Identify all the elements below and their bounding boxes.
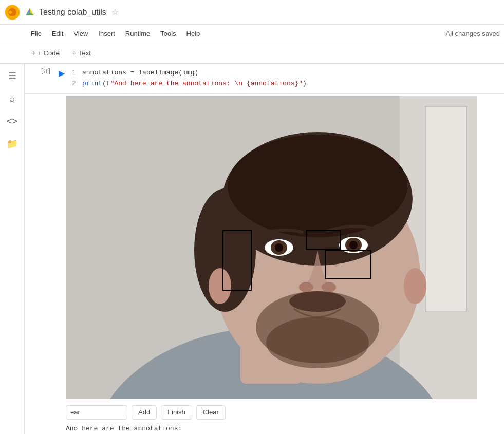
menu-help[interactable]: Help: [182, 28, 204, 40]
code-content-1: annotations = labelImage(img): [82, 68, 198, 79]
output-line1: And here are the annotations:: [66, 425, 182, 432]
input-row: Add Finish Clear: [25, 401, 504, 422]
svg-point-13: [228, 135, 407, 237]
clear-button[interactable]: Clear: [196, 405, 226, 420]
sidebar-code-icon[interactable]: <>: [4, 113, 21, 129]
keyword-print: print: [82, 80, 102, 87]
annotated-image: [66, 96, 477, 399]
star-icon[interactable]: ☆: [111, 7, 119, 17]
main-content: [8] ▶ 1 annotations = labelImage(img) 2 …: [25, 64, 504, 434]
saved-status: All changes saved: [445, 30, 500, 37]
sidebar-search-icon[interactable]: ⌕: [4, 90, 21, 107]
svg-point-14: [209, 268, 231, 304]
svg-rect-7: [425, 106, 466, 312]
svg-point-21: [349, 241, 358, 249]
menu-insert[interactable]: Insert: [94, 28, 119, 40]
menu-tools[interactable]: Tools: [156, 28, 180, 40]
finish-button[interactable]: Finish: [161, 405, 192, 420]
line-number-2: 2: [72, 79, 82, 89]
code-cell: [8] ▶ 1 annotations = labelImage(img) 2 …: [25, 64, 504, 94]
run-cell-button[interactable]: ▶: [55, 67, 68, 79]
label-input[interactable]: [66, 405, 127, 420]
menu-edit[interactable]: Edit: [48, 28, 67, 40]
menu-view[interactable]: View: [69, 28, 92, 40]
svg-point-25: [266, 317, 369, 368]
face-image-svg: [66, 96, 477, 399]
add-button[interactable]: Add: [132, 405, 157, 420]
cell-body: 1 annotations = labelImage(img) 2 print(…: [68, 66, 504, 91]
menu-bar: File Edit View Insert Runtime Tools Help…: [0, 25, 504, 43]
add-text-label: Text: [79, 49, 91, 57]
colab-logo: [4, 4, 21, 21]
menu-runtime[interactable]: Runtime: [121, 28, 154, 40]
notebook-title: Testing colab_utils: [39, 8, 106, 17]
add-code-label: + Code: [38, 49, 59, 57]
sidebar-folder-icon[interactable]: 📁: [4, 136, 21, 152]
svg-point-15: [404, 268, 426, 304]
top-bar: Testing colab_utils ☆: [0, 0, 504, 25]
code-line-1: 1 annotations = labelImage(img): [72, 68, 500, 79]
svg-point-22: [299, 282, 313, 292]
plus-text-icon: +: [72, 49, 77, 58]
toolbar-row: + + Code + Text: [0, 43, 504, 64]
code-line-2: 2 print(f"And here are the annotations: …: [72, 79, 500, 89]
output-text: And here are the annotations: [[[367, 27…: [25, 422, 504, 434]
add-code-button[interactable]: + + Code: [27, 47, 64, 60]
cell-execution-count: [8]: [25, 66, 55, 75]
plus-code-icon: +: [31, 49, 35, 58]
left-sidebar: ☰ ⌕ <> 📁: [0, 64, 25, 434]
sidebar-menu-icon[interactable]: ☰: [4, 68, 21, 84]
image-output: [66, 96, 500, 399]
menu-file[interactable]: File: [27, 28, 46, 40]
drive-icon: [25, 7, 35, 17]
output-area: [25, 94, 504, 401]
string-content: "And here are the annotations: \n {annot…: [110, 80, 303, 87]
line-number-1: 1: [72, 68, 82, 79]
add-text-button[interactable]: + Text: [68, 47, 95, 60]
svg-point-18: [275, 243, 283, 252]
svg-point-23: [322, 282, 336, 292]
code-content-2: print(f"And here are the annotations: \n…: [82, 79, 307, 89]
svg-point-26: [289, 291, 346, 312]
